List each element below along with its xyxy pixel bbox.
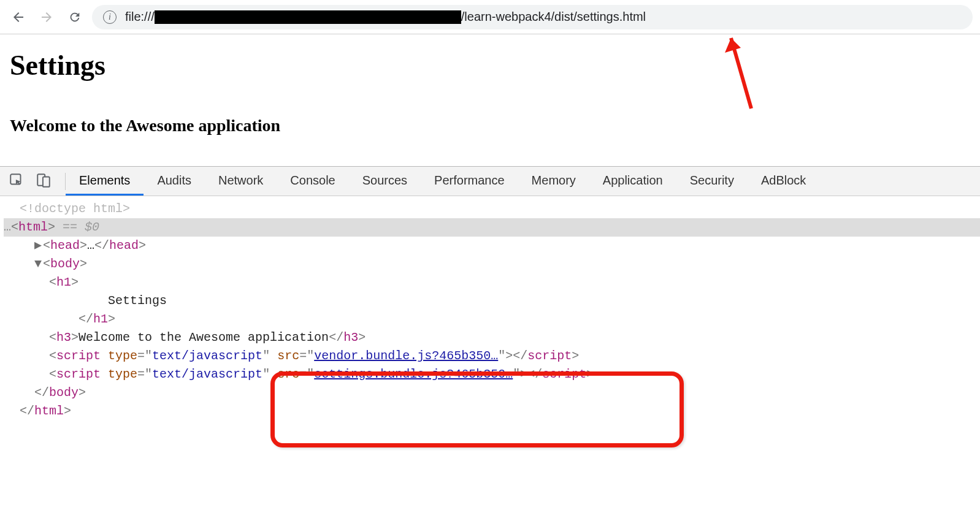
url-text: file:////learn-webpack4/dist/settings.ht… <box>125 10 646 24</box>
html-node[interactable]: …<html> == $0 <box>4 218 980 237</box>
redacted-path <box>155 10 461 24</box>
back-button[interactable] <box>7 6 29 28</box>
svg-rect-2 <box>43 177 50 186</box>
elements-tree[interactable]: <!doctype html> …<html> == $0 ▶<head>…</… <box>0 196 980 433</box>
page-subheading: Welcome to the Awesome application <box>10 116 970 135</box>
body-node[interactable]: ▼<body> <box>4 255 980 273</box>
reload-icon <box>68 10 82 24</box>
arrow-right-icon <box>39 10 54 25</box>
devtools-tab-elements[interactable]: Elements <box>66 167 144 196</box>
body-close[interactable]: </body> <box>4 384 980 402</box>
doctype-line: <!doctype html> <box>20 202 130 216</box>
script1-node[interactable]: <script type="text/javascript" src="vend… <box>4 347 980 365</box>
head-node[interactable]: ▶<head>…</head> <box>4 237 980 255</box>
devtools-tabbar: ElementsAuditsNetworkConsoleSourcesPerfo… <box>0 167 980 196</box>
devtools-tab-adblock[interactable]: AdBlock <box>748 167 819 196</box>
arrow-left-icon <box>11 10 26 25</box>
page-heading: Settings <box>10 49 970 82</box>
devtools-tab-network[interactable]: Network <box>205 167 277 196</box>
address-bar[interactable]: i file:////learn-webpack4/dist/settings.… <box>92 5 973 29</box>
html-close[interactable]: </html> <box>4 402 980 421</box>
reload-button[interactable] <box>64 6 86 28</box>
devtools-tab-application[interactable]: Application <box>589 167 676 196</box>
devtools-tab-security[interactable]: Security <box>676 167 748 196</box>
device-toggle-icon[interactable] <box>36 172 52 191</box>
forward-button[interactable] <box>36 6 58 28</box>
browser-toolbar: i file:////learn-webpack4/dist/settings.… <box>0 0 980 34</box>
devtools-tab-performance[interactable]: Performance <box>421 167 518 196</box>
h1-open[interactable]: <h1> <box>4 273 980 292</box>
script2-src-link[interactable]: settings.bundle.js?465b350… <box>314 367 513 381</box>
h3-node[interactable]: <h3>Welcome to the Awesome application</… <box>4 329 980 347</box>
devtools-tab-sources[interactable]: Sources <box>349 167 421 196</box>
devtools-tab-audits[interactable]: Audits <box>144 167 205 196</box>
devtools-tab-memory[interactable]: Memory <box>518 167 589 196</box>
info-icon[interactable]: i <box>103 10 117 24</box>
page-content: Settings Welcome to the Awesome applicat… <box>0 34 980 166</box>
script2-node[interactable]: <script type="text/javascript" src="sett… <box>4 365 980 384</box>
inspect-icon[interactable] <box>9 172 25 191</box>
devtools-panel: ElementsAuditsNetworkConsoleSourcesPerfo… <box>0 166 980 433</box>
h1-text: Settings <box>108 294 167 308</box>
devtools-tab-console[interactable]: Console <box>277 167 348 196</box>
script1-src-link[interactable]: vendor.bundle.js?465b350… <box>314 349 498 363</box>
h1-close[interactable]: </h1> <box>4 310 980 329</box>
